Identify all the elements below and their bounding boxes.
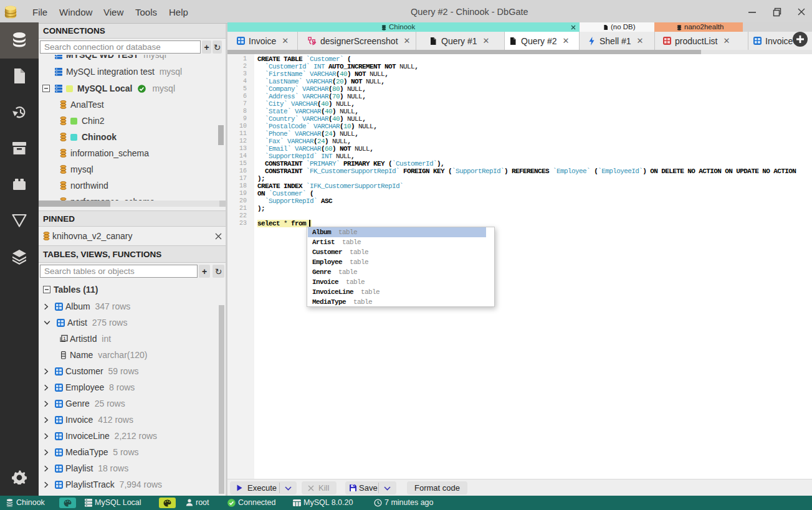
svg-text:1: 1 [63, 336, 66, 341]
